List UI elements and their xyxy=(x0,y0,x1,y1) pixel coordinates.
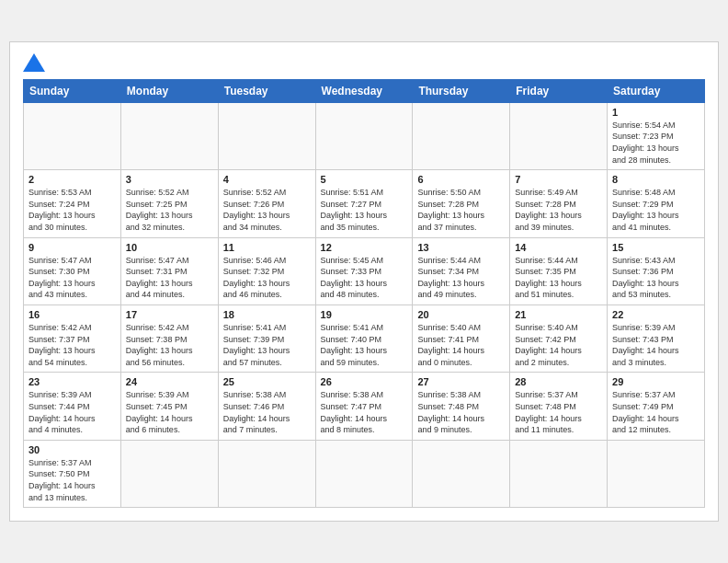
calendar-cell: 23Sunrise: 5:39 AM Sunset: 7:44 PM Dayli… xyxy=(24,373,121,440)
calendar-cell: 21Sunrise: 5:40 AM Sunset: 7:42 PM Dayli… xyxy=(510,305,608,373)
day-number: 6 xyxy=(417,174,505,185)
calendar-cell: 1Sunrise: 5:54 AM Sunset: 7:23 PM Daylig… xyxy=(608,102,705,169)
day-info: Sunrise: 5:44 AM Sunset: 7:34 PM Dayligh… xyxy=(417,255,505,301)
calendar-cell: 11Sunrise: 5:46 AM Sunset: 7:32 PM Dayli… xyxy=(218,237,315,304)
day-info: Sunrise: 5:38 AM Sunset: 7:46 PM Dayligh… xyxy=(223,389,311,435)
calendar-cell xyxy=(315,440,413,507)
day-info: Sunrise: 5:40 AM Sunset: 7:42 PM Dayligh… xyxy=(515,322,602,368)
day-info: Sunrise: 5:49 AM Sunset: 7:28 PM Dayligh… xyxy=(515,187,602,233)
calendar-cell xyxy=(218,440,315,507)
calendar-cell: 17Sunrise: 5:42 AM Sunset: 7:38 PM Dayli… xyxy=(120,305,218,373)
day-number: 3 xyxy=(126,174,213,185)
day-info: Sunrise: 5:47 AM Sunset: 7:30 PM Dayligh… xyxy=(28,255,116,301)
day-number: 29 xyxy=(612,376,700,387)
day-number: 1 xyxy=(612,107,700,118)
day-info: Sunrise: 5:41 AM Sunset: 7:40 PM Dayligh… xyxy=(321,322,408,368)
day-number: 22 xyxy=(612,309,700,320)
calendar-cell: 10Sunrise: 5:47 AM Sunset: 7:31 PM Dayli… xyxy=(120,237,218,304)
day-info: Sunrise: 5:51 AM Sunset: 7:27 PM Dayligh… xyxy=(321,187,408,233)
logo-triangle-icon xyxy=(23,53,45,72)
calendar-cell: 19Sunrise: 5:41 AM Sunset: 7:40 PM Dayli… xyxy=(315,305,413,373)
day-number: 26 xyxy=(321,376,408,387)
calendar-cell xyxy=(413,440,510,507)
day-info: Sunrise: 5:38 AM Sunset: 7:48 PM Dayligh… xyxy=(417,389,505,435)
day-number: 23 xyxy=(28,376,116,387)
weekday-header-friday: Friday xyxy=(510,79,608,102)
calendar-cell xyxy=(608,440,705,507)
day-number: 18 xyxy=(223,309,311,320)
day-info: Sunrise: 5:39 AM Sunset: 7:44 PM Dayligh… xyxy=(28,389,116,435)
day-info: Sunrise: 5:42 AM Sunset: 7:38 PM Dayligh… xyxy=(126,322,213,368)
week-row-2: 2Sunrise: 5:53 AM Sunset: 7:24 PM Daylig… xyxy=(24,170,705,237)
calendar-cell: 30Sunrise: 5:37 AM Sunset: 7:50 PM Dayli… xyxy=(24,440,121,507)
logo xyxy=(23,52,49,72)
day-info: Sunrise: 5:53 AM Sunset: 7:24 PM Dayligh… xyxy=(28,187,116,233)
calendar-cell: 7Sunrise: 5:49 AM Sunset: 7:28 PM Daylig… xyxy=(510,170,608,237)
day-number: 5 xyxy=(321,174,408,185)
week-row-3: 9Sunrise: 5:47 AM Sunset: 7:30 PM Daylig… xyxy=(24,237,705,304)
day-number: 30 xyxy=(28,444,116,455)
day-number: 28 xyxy=(515,376,602,387)
logo-icon xyxy=(23,52,45,72)
day-info: Sunrise: 5:52 AM Sunset: 7:25 PM Dayligh… xyxy=(126,187,213,233)
calendar-cell xyxy=(315,102,413,169)
day-number: 27 xyxy=(417,376,505,387)
day-info: Sunrise: 5:54 AM Sunset: 7:23 PM Dayligh… xyxy=(612,120,700,166)
calendar-cell: 12Sunrise: 5:45 AM Sunset: 7:33 PM Dayli… xyxy=(315,237,413,304)
calendar-cell: 2Sunrise: 5:53 AM Sunset: 7:24 PM Daylig… xyxy=(24,170,121,237)
day-number: 9 xyxy=(28,242,116,253)
weekday-header-wednesday: Wednesday xyxy=(315,79,413,102)
calendar-cell: 27Sunrise: 5:38 AM Sunset: 7:48 PM Dayli… xyxy=(413,373,510,440)
day-info: Sunrise: 5:38 AM Sunset: 7:47 PM Dayligh… xyxy=(321,389,408,435)
calendar-cell: 29Sunrise: 5:37 AM Sunset: 7:49 PM Dayli… xyxy=(608,373,705,440)
week-row-4: 16Sunrise: 5:42 AM Sunset: 7:37 PM Dayli… xyxy=(24,305,705,373)
day-number: 20 xyxy=(417,309,505,320)
calendar-cell: 16Sunrise: 5:42 AM Sunset: 7:37 PM Dayli… xyxy=(24,305,121,373)
day-number: 14 xyxy=(515,242,602,253)
day-number: 10 xyxy=(126,242,213,253)
day-info: Sunrise: 5:47 AM Sunset: 7:31 PM Dayligh… xyxy=(126,255,213,301)
day-number: 15 xyxy=(612,242,700,253)
calendar-cell xyxy=(510,102,608,169)
calendar-cell xyxy=(120,440,218,507)
calendar-table: SundayMondayTuesdayWednesdayThursdayFrid… xyxy=(23,79,705,508)
calendar-container: SundayMondayTuesdayWednesdayThursdayFrid… xyxy=(9,41,719,522)
weekday-header-sunday: Sunday xyxy=(24,79,121,102)
calendar-cell: 14Sunrise: 5:44 AM Sunset: 7:35 PM Dayli… xyxy=(510,237,608,304)
day-info: Sunrise: 5:39 AM Sunset: 7:43 PM Dayligh… xyxy=(612,322,700,368)
day-number: 4 xyxy=(223,174,311,185)
calendar-cell: 26Sunrise: 5:38 AM Sunset: 7:47 PM Dayli… xyxy=(315,373,413,440)
calendar-cell: 6Sunrise: 5:50 AM Sunset: 7:28 PM Daylig… xyxy=(413,170,510,237)
day-number: 7 xyxy=(515,174,602,185)
calendar-cell: 4Sunrise: 5:52 AM Sunset: 7:26 PM Daylig… xyxy=(218,170,315,237)
calendar-cell xyxy=(120,102,218,169)
calendar-cell: 15Sunrise: 5:43 AM Sunset: 7:36 PM Dayli… xyxy=(608,237,705,304)
day-info: Sunrise: 5:48 AM Sunset: 7:29 PM Dayligh… xyxy=(612,187,700,233)
weekday-header-monday: Monday xyxy=(120,79,218,102)
day-info: Sunrise: 5:42 AM Sunset: 7:37 PM Dayligh… xyxy=(28,322,116,368)
calendar-cell: 22Sunrise: 5:39 AM Sunset: 7:43 PM Dayli… xyxy=(608,305,705,373)
day-number: 11 xyxy=(223,242,311,253)
week-row-5: 23Sunrise: 5:39 AM Sunset: 7:44 PM Dayli… xyxy=(24,373,705,440)
weekday-header-saturday: Saturday xyxy=(608,79,705,102)
calendar-cell xyxy=(413,102,510,169)
day-number: 8 xyxy=(612,174,700,185)
header xyxy=(23,52,705,72)
day-info: Sunrise: 5:44 AM Sunset: 7:35 PM Dayligh… xyxy=(515,255,602,301)
day-info: Sunrise: 5:39 AM Sunset: 7:45 PM Dayligh… xyxy=(126,389,213,435)
day-number: 16 xyxy=(28,309,116,320)
day-number: 13 xyxy=(417,242,505,253)
day-number: 19 xyxy=(321,309,408,320)
day-info: Sunrise: 5:52 AM Sunset: 7:26 PM Dayligh… xyxy=(223,187,311,233)
calendar-cell: 3Sunrise: 5:52 AM Sunset: 7:25 PM Daylig… xyxy=(120,170,218,237)
day-info: Sunrise: 5:46 AM Sunset: 7:32 PM Dayligh… xyxy=(223,255,311,301)
day-info: Sunrise: 5:45 AM Sunset: 7:33 PM Dayligh… xyxy=(321,255,408,301)
calendar-cell: 20Sunrise: 5:40 AM Sunset: 7:41 PM Dayli… xyxy=(413,305,510,373)
weekday-header-thursday: Thursday xyxy=(413,79,510,102)
day-number: 17 xyxy=(126,309,213,320)
calendar-cell: 25Sunrise: 5:38 AM Sunset: 7:46 PM Dayli… xyxy=(218,373,315,440)
day-info: Sunrise: 5:50 AM Sunset: 7:28 PM Dayligh… xyxy=(417,187,505,233)
day-number: 25 xyxy=(223,376,311,387)
calendar-cell: 18Sunrise: 5:41 AM Sunset: 7:39 PM Dayli… xyxy=(218,305,315,373)
calendar-cell: 24Sunrise: 5:39 AM Sunset: 7:45 PM Dayli… xyxy=(120,373,218,440)
